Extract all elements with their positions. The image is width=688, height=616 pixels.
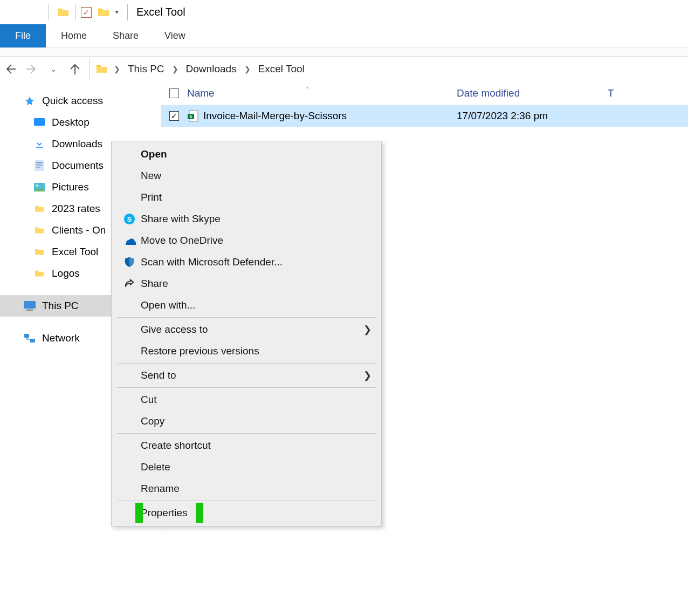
highlight-marker: [135, 503, 143, 523]
svg-rect-11: [24, 334, 29, 338]
column-name[interactable]: Name ˄: [187, 87, 457, 99]
sidebar-item-label: Excel Tool: [52, 246, 98, 258]
svg-rect-2: [35, 160, 44, 171]
folder-icon: [33, 247, 45, 257]
column-type[interactable]: T: [608, 87, 629, 99]
divider: [75, 4, 75, 20]
sidebar-item-label: Clients - On: [52, 224, 106, 236]
divider: [127, 4, 128, 20]
tab-share[interactable]: Share: [102, 24, 149, 47]
sidebar-item-desktop[interactable]: Desktop: [0, 112, 161, 133]
share-icon: [121, 278, 137, 290]
svg-rect-5: [36, 167, 40, 168]
ctx-cut[interactable]: Cut: [112, 389, 381, 410]
svg-rect-9: [27, 309, 32, 310]
ctx-print[interactable]: Print: [112, 187, 381, 208]
ribbon-tabs: File Home Share View: [0, 24, 688, 48]
folder-icon: [33, 225, 45, 235]
tab-view[interactable]: View: [154, 24, 196, 47]
crumb-this-pc[interactable]: This PC: [126, 63, 167, 75]
ctx-open[interactable]: Open: [112, 143, 381, 165]
onedrive-icon: [121, 236, 137, 245]
breadcrumb[interactable]: ❯ This PC ❯ Downloads ❯ Excel Tool: [90, 58, 685, 80]
sidebar-item-label: Desktop: [52, 117, 90, 128]
column-date[interactable]: Date modified: [457, 87, 608, 99]
ctx-open-with[interactable]: Open with...: [112, 295, 381, 316]
skype-icon: S: [121, 213, 137, 225]
properties-icon[interactable]: ✓: [81, 7, 92, 18]
ctx-scan-defender[interactable]: Scan with Microsoft Defender...: [112, 251, 381, 273]
menu-separator: [117, 387, 376, 388]
nav-back-icon[interactable]: [3, 62, 17, 76]
crumb-downloads[interactable]: Downloads: [184, 63, 239, 75]
chevron-right-icon[interactable]: ❯: [171, 65, 180, 73]
nav-up-icon[interactable]: [68, 62, 82, 76]
network-icon: [24, 333, 36, 343]
recent-dropdown-icon[interactable]: ⌄: [46, 62, 60, 76]
documents-icon: [33, 161, 45, 170]
tab-home[interactable]: Home: [50, 24, 98, 47]
sidebar-item-label: Quick access: [42, 95, 103, 107]
sidebar-item-label: Network: [42, 332, 80, 344]
svg-rect-4: [36, 165, 43, 166]
address-bar: ⌄ ❯ This PC ❯ Downloads ❯ Excel Tool: [0, 57, 688, 81]
ctx-properties[interactable]: Properties: [112, 502, 381, 524]
svg-text:S: S: [127, 215, 132, 223]
file-row[interactable]: ✓ X Invoice-Mail-Merge-by-Scissors 17/07…: [161, 105, 688, 127]
chevron-right-icon: ❯: [363, 324, 371, 336]
ctx-send-to[interactable]: Send to ❯: [112, 365, 381, 386]
sidebar-quick-access[interactable]: Quick access: [0, 90, 161, 112]
sidebar-item-label: 2023 rates: [52, 203, 100, 215]
excel-file-icon: X: [187, 110, 199, 122]
ctx-give-access[interactable]: Give access to ❯: [112, 319, 381, 340]
svg-point-7: [36, 184, 38, 187]
svg-text:X: X: [189, 114, 192, 119]
menu-separator: [117, 317, 376, 318]
ctx-rename[interactable]: Rename: [112, 478, 381, 499]
sidebar-item-label: Pictures: [52, 181, 89, 193]
window-title: Excel Tool: [136, 6, 185, 18]
ctx-copy[interactable]: Copy: [112, 410, 381, 432]
desktop-icon: [33, 118, 45, 127]
file-date: 17/07/2023 2:36 pm: [457, 110, 608, 122]
ctx-delete[interactable]: Delete: [112, 456, 381, 478]
svg-rect-10: [26, 310, 33, 311]
this-pc-icon: [24, 301, 36, 311]
ctx-create-shortcut[interactable]: Create shortcut: [112, 435, 381, 456]
ctx-new[interactable]: New: [112, 165, 381, 187]
sidebar-item-label: Logos: [52, 268, 80, 279]
sort-caret-icon: ˄: [306, 86, 309, 94]
highlight-marker: [196, 503, 203, 523]
defender-icon: [121, 256, 137, 268]
select-all-checkbox[interactable]: [161, 88, 187, 98]
sidebar-item-label: This PC: [42, 300, 79, 312]
folder-icon[interactable]: [97, 7, 110, 18]
dropdown-caret-icon[interactable]: ▾: [115, 9, 119, 16]
tab-file[interactable]: File: [0, 24, 46, 47]
download-icon: [33, 139, 45, 149]
svg-rect-3: [36, 162, 43, 163]
chevron-right-icon[interactable]: ❯: [243, 65, 252, 73]
column-name-label: Name: [187, 87, 215, 99]
divider: [49, 4, 49, 20]
folder-icon[interactable]: [57, 7, 70, 18]
list-header: Name ˄ Date modified T: [161, 81, 688, 105]
menu-separator: [117, 433, 376, 434]
title-bar: ✓ ▾ Excel Tool: [0, 0, 688, 24]
context-menu: Open New Print S Share with Skype Move t…: [111, 141, 382, 526]
menu-separator: [117, 501, 376, 501]
star-icon: [24, 96, 36, 106]
chevron-right-icon[interactable]: ❯: [113, 65, 121, 73]
folder-icon: [95, 64, 108, 74]
ctx-move-onedrive[interactable]: Move to OneDrive: [112, 230, 381, 251]
sidebar-item-label: Downloads: [52, 138, 102, 150]
folder-icon: [33, 269, 45, 278]
ctx-share[interactable]: Share: [112, 273, 381, 295]
menu-separator: [117, 363, 376, 364]
ctx-restore-prev[interactable]: Restore previous versions: [112, 340, 381, 362]
row-checkbox[interactable]: ✓: [161, 111, 187, 121]
ctx-share-skype[interactable]: S Share with Skype: [112, 208, 381, 230]
crumb-excel-tool[interactable]: Excel Tool: [256, 63, 307, 75]
chevron-right-icon: ❯: [363, 369, 371, 381]
svg-rect-1: [38, 126, 41, 127]
